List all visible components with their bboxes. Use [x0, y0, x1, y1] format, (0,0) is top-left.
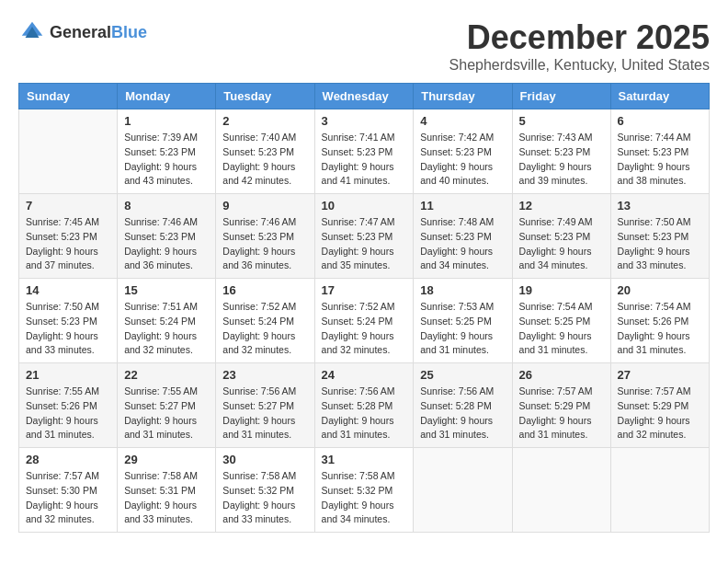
- day-number: 23: [222, 368, 307, 382]
- logo-icon: [18, 18, 46, 46]
- month-title: December 2025: [449, 18, 710, 57]
- day-number: 4: [420, 114, 505, 128]
- day-number: 14: [26, 283, 110, 297]
- title-section: December 2025 Shepherdsville, Kentucky, …: [449, 18, 710, 74]
- day-info: Sunrise: 7:49 AMSunset: 5:23 PMDaylight:…: [519, 215, 604, 273]
- table-row: 15Sunrise: 7:51 AMSunset: 5:24 PMDayligh…: [118, 279, 216, 363]
- header-monday: Monday: [118, 84, 216, 109]
- table-row: 26Sunrise: 7:57 AMSunset: 5:29 PMDayligh…: [512, 363, 610, 448]
- table-row: 20Sunrise: 7:54 AMSunset: 5:26 PMDayligh…: [610, 279, 709, 363]
- day-info: Sunrise: 7:54 AMSunset: 5:25 PMDaylight:…: [519, 300, 604, 358]
- day-info: Sunrise: 7:52 AMSunset: 5:24 PMDaylight:…: [322, 300, 407, 358]
- weekday-header-row: Sunday Monday Tuesday Wednesday Thursday…: [19, 84, 710, 109]
- header: GeneralBlue December 2025 Shepherdsville…: [18, 18, 710, 74]
- day-info: Sunrise: 7:53 AMSunset: 5:25 PMDaylight:…: [420, 300, 505, 358]
- table-row: 4Sunrise: 7:42 AMSunset: 5:23 PMDaylight…: [414, 109, 512, 194]
- table-row: 2Sunrise: 7:40 AMSunset: 5:23 PMDaylight…: [216, 109, 314, 194]
- day-number: 8: [124, 199, 209, 213]
- table-row: 14Sunrise: 7:50 AMSunset: 5:23 PMDayligh…: [19, 279, 118, 363]
- day-number: 7: [26, 199, 110, 213]
- logo-general: General: [50, 23, 111, 41]
- table-row: [19, 109, 118, 194]
- calendar-week-row: 7Sunrise: 7:45 AMSunset: 5:23 PMDaylight…: [19, 194, 710, 279]
- location-title: Shepherdsville, Kentucky, United States: [449, 57, 710, 74]
- table-row: 19Sunrise: 7:54 AMSunset: 5:25 PMDayligh…: [512, 279, 610, 363]
- table-row: 13Sunrise: 7:50 AMSunset: 5:23 PMDayligh…: [610, 194, 709, 279]
- day-number: 9: [222, 199, 307, 213]
- day-info: Sunrise: 7:46 AMSunset: 5:23 PMDaylight:…: [222, 215, 307, 273]
- header-friday: Friday: [512, 84, 610, 109]
- day-number: 26: [519, 368, 604, 382]
- day-info: Sunrise: 7:48 AMSunset: 5:23 PMDaylight:…: [420, 215, 505, 273]
- day-number: 24: [322, 368, 407, 382]
- day-info: Sunrise: 7:44 AMSunset: 5:23 PMDaylight:…: [618, 131, 702, 189]
- table-row: 25Sunrise: 7:56 AMSunset: 5:28 PMDayligh…: [414, 363, 512, 448]
- day-number: 30: [222, 453, 307, 466]
- day-info: Sunrise: 7:54 AMSunset: 5:26 PMDaylight:…: [618, 300, 702, 358]
- day-info: Sunrise: 7:52 AMSunset: 5:24 PMDaylight:…: [222, 300, 307, 358]
- page-container: GeneralBlue December 2025 Shepherdsville…: [18, 18, 710, 533]
- day-info: Sunrise: 7:56 AMSunset: 5:28 PMDaylight:…: [420, 385, 505, 442]
- table-row: 23Sunrise: 7:56 AMSunset: 5:27 PMDayligh…: [216, 363, 314, 448]
- day-info: Sunrise: 7:58 AMSunset: 5:32 PMDaylight:…: [222, 469, 307, 527]
- day-info: Sunrise: 7:51 AMSunset: 5:24 PMDaylight:…: [124, 300, 209, 358]
- table-row: 27Sunrise: 7:57 AMSunset: 5:29 PMDayligh…: [610, 363, 709, 448]
- header-sunday: Sunday: [19, 84, 118, 109]
- day-number: 17: [322, 283, 407, 297]
- table-row: 12Sunrise: 7:49 AMSunset: 5:23 PMDayligh…: [512, 194, 610, 279]
- day-number: 6: [618, 114, 702, 128]
- day-number: 15: [124, 283, 209, 297]
- table-row: 6Sunrise: 7:44 AMSunset: 5:23 PMDaylight…: [610, 109, 709, 194]
- table-row: 21Sunrise: 7:55 AMSunset: 5:26 PMDayligh…: [19, 363, 118, 448]
- day-info: Sunrise: 7:50 AMSunset: 5:23 PMDaylight:…: [26, 300, 110, 358]
- day-info: Sunrise: 7:40 AMSunset: 5:23 PMDaylight:…: [222, 131, 307, 189]
- table-row: 8Sunrise: 7:46 AMSunset: 5:23 PMDaylight…: [118, 194, 216, 279]
- table-row: 17Sunrise: 7:52 AMSunset: 5:24 PMDayligh…: [314, 279, 414, 363]
- day-number: 16: [222, 283, 307, 297]
- day-number: 10: [322, 199, 407, 213]
- header-wednesday: Wednesday: [314, 84, 414, 109]
- table-row: [414, 448, 512, 533]
- day-info: Sunrise: 7:55 AMSunset: 5:26 PMDaylight:…: [26, 385, 110, 442]
- day-number: 20: [618, 283, 702, 297]
- table-row: 24Sunrise: 7:56 AMSunset: 5:28 PMDayligh…: [314, 363, 414, 448]
- table-row: 11Sunrise: 7:48 AMSunset: 5:23 PMDayligh…: [414, 194, 512, 279]
- day-number: 1: [124, 114, 209, 128]
- calendar-table: Sunday Monday Tuesday Wednesday Thursday…: [18, 83, 710, 533]
- calendar-week-row: 14Sunrise: 7:50 AMSunset: 5:23 PMDayligh…: [19, 279, 710, 363]
- calendar-week-row: 21Sunrise: 7:55 AMSunset: 5:26 PMDayligh…: [19, 363, 710, 448]
- table-row: 7Sunrise: 7:45 AMSunset: 5:23 PMDaylight…: [19, 194, 118, 279]
- table-row: 9Sunrise: 7:46 AMSunset: 5:23 PMDaylight…: [216, 194, 314, 279]
- table-row: 28Sunrise: 7:57 AMSunset: 5:30 PMDayligh…: [19, 448, 118, 533]
- day-info: Sunrise: 7:46 AMSunset: 5:23 PMDaylight:…: [124, 215, 209, 273]
- day-number: 27: [618, 368, 702, 382]
- table-row: 31Sunrise: 7:58 AMSunset: 5:32 PMDayligh…: [314, 448, 414, 533]
- logo-text: GeneralBlue: [50, 23, 147, 42]
- day-info: Sunrise: 7:56 AMSunset: 5:27 PMDaylight:…: [222, 385, 307, 442]
- table-row: [610, 448, 709, 533]
- day-info: Sunrise: 7:58 AMSunset: 5:31 PMDaylight:…: [124, 469, 209, 527]
- day-number: 19: [519, 283, 604, 297]
- day-info: Sunrise: 7:50 AMSunset: 5:23 PMDaylight:…: [618, 215, 702, 273]
- header-saturday: Saturday: [610, 84, 709, 109]
- table-row: 29Sunrise: 7:58 AMSunset: 5:31 PMDayligh…: [118, 448, 216, 533]
- header-thursday: Thursday: [414, 84, 512, 109]
- day-info: Sunrise: 7:57 AMSunset: 5:30 PMDaylight:…: [26, 469, 110, 527]
- day-info: Sunrise: 7:57 AMSunset: 5:29 PMDaylight:…: [519, 385, 604, 442]
- table-row: 3Sunrise: 7:41 AMSunset: 5:23 PMDaylight…: [314, 109, 414, 194]
- day-number: 5: [519, 114, 604, 128]
- table-row: 22Sunrise: 7:55 AMSunset: 5:27 PMDayligh…: [118, 363, 216, 448]
- day-info: Sunrise: 7:55 AMSunset: 5:27 PMDaylight:…: [124, 385, 209, 442]
- day-number: 11: [420, 199, 505, 213]
- calendar-week-row: 28Sunrise: 7:57 AMSunset: 5:30 PMDayligh…: [19, 448, 710, 533]
- day-info: Sunrise: 7:41 AMSunset: 5:23 PMDaylight:…: [322, 131, 407, 189]
- day-info: Sunrise: 7:43 AMSunset: 5:23 PMDaylight:…: [519, 131, 604, 189]
- calendar-week-row: 1Sunrise: 7:39 AMSunset: 5:23 PMDaylight…: [19, 109, 710, 194]
- day-number: 29: [124, 453, 209, 466]
- day-info: Sunrise: 7:45 AMSunset: 5:23 PMDaylight:…: [26, 215, 110, 273]
- logo-blue: Blue: [111, 23, 147, 41]
- day-number: 13: [618, 199, 702, 213]
- table-row: 16Sunrise: 7:52 AMSunset: 5:24 PMDayligh…: [216, 279, 314, 363]
- table-row: 30Sunrise: 7:58 AMSunset: 5:32 PMDayligh…: [216, 448, 314, 533]
- day-number: 2: [222, 114, 307, 128]
